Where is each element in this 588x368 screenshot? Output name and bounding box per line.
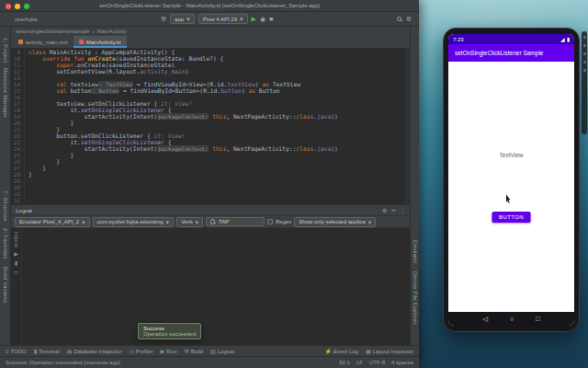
line-number[interactable]: 9 <box>11 49 25 55</box>
indent-setting[interactable]: 4 spaces <box>391 360 413 365</box>
tool-stripe-structure[interactable]: 7: Structure <box>3 190 8 221</box>
recents-button[interactable]: □ <box>536 316 539 322</box>
code-editor[interactable]: 9class MainActivity : AppCompatActivity(… <box>11 49 410 204</box>
code-line[interactable]: 21 } <box>11 126 410 132</box>
rail-trash-icon[interactable]: ▭ <box>14 270 19 275</box>
debug-button[interactable]: ◉ <box>260 16 266 22</box>
tool-button-event-log[interactable]: ⚡ Event Log <box>324 349 358 354</box>
code-line[interactable]: 32 <box>11 197 410 203</box>
run-config-select[interactable]: app ▾ <box>170 14 195 24</box>
line-number[interactable]: 11 <box>11 62 25 68</box>
app-button[interactable]: BUTTON <box>492 212 531 223</box>
regex-checkbox[interactable] <box>267 219 273 224</box>
settings-gear-icon[interactable]: ⚙ <box>406 16 412 22</box>
line-number[interactable]: 31 <box>11 190 25 197</box>
code-line[interactable]: 12 setContentView(R.layout.activity_main… <box>11 68 410 75</box>
line-number[interactable]: 19 <box>11 113 25 120</box>
code-line[interactable]: 28} <box>11 171 410 178</box>
line-number[interactable]: 10 <box>11 55 25 62</box>
line-number[interactable]: 26 <box>11 158 25 165</box>
build-hammer-icon[interactable]: ⚒ <box>161 16 166 22</box>
line-number[interactable]: 27 <box>11 165 25 171</box>
line-number[interactable]: 28 <box>11 171 25 178</box>
zoom-button[interactable] <box>24 4 29 9</box>
code-line[interactable]: 19 startActivity(Intent(packageContext: … <box>11 113 410 120</box>
home-button[interactable]: ○ <box>510 316 514 322</box>
file-encoding[interactable]: UTF-8 <box>369 360 385 365</box>
line-number[interactable]: 29 <box>11 178 25 184</box>
line-number[interactable]: 17 <box>11 100 25 107</box>
logcat-device-select[interactable]: Emulator Pixel_4_API_2 ▾ <box>15 217 90 227</box>
logcat-title[interactable]: Logcat <box>16 208 32 213</box>
emulator-toolbar-button[interactable] <box>583 52 586 55</box>
line-separator[interactable]: LF <box>356 360 363 365</box>
close-button[interactable] <box>6 4 11 9</box>
code-line[interactable]: 15 val button: Button = findViewById<But… <box>11 87 410 94</box>
line-number[interactable]: 14 <box>11 81 25 87</box>
line-number[interactable]: 20 <box>11 120 25 126</box>
tool-stripe-build-variants[interactable]: Build Variants <box>3 267 8 303</box>
tool-stripe-favorites[interactable]: 2: Favorites <box>3 228 8 259</box>
code-line[interactable]: 11 super.onCreate(savedInstanceState) <box>11 62 410 68</box>
tool-button-profiler[interactable]: ◎ Profiler <box>129 349 153 354</box>
device-select[interactable]: Pixel 4 API 29 ▾ <box>198 14 248 24</box>
line-number[interactable]: 13 <box>11 75 25 81</box>
emulator-toolbar-button[interactable] <box>583 61 586 63</box>
emulator-toolbar-button[interactable] <box>583 69 586 72</box>
line-number[interactable]: 15 <box>11 87 25 94</box>
more-options-icon[interactable]: ⋮ <box>400 207 405 213</box>
line-number[interactable]: 12 <box>11 68 25 75</box>
code-line[interactable]: 27 } <box>11 165 410 171</box>
line-number[interactable]: 24 <box>11 145 25 152</box>
rail-pause-icon[interactable]: ▮ <box>15 260 17 266</box>
code-line[interactable]: 20 } <box>11 120 410 126</box>
line-number[interactable]: 16 <box>11 94 25 100</box>
code-line[interactable]: 31 <box>11 190 410 197</box>
code-line[interactable]: 29 <box>11 178 410 184</box>
stop-button[interactable]: ■ <box>269 16 273 22</box>
line-number[interactable]: 32 <box>11 197 25 203</box>
tool-stripe-device-file-explorer[interactable]: Device File Explorer <box>413 271 418 325</box>
minimize-button[interactable] <box>15 4 20 9</box>
line-number[interactable]: 22 <box>11 132 25 139</box>
breadcrumb-module[interactable]: setonsingleclicklistenersample <box>16 29 90 34</box>
settings-gear-icon[interactable]: ⚙ <box>382 207 387 213</box>
line-number[interactable]: 30 <box>11 184 25 190</box>
logcat-process-select[interactable]: com.syuhei.fujita.setonsing ▾ <box>93 217 175 227</box>
code-line[interactable]: 17 textview.setOnClickListener { it: Vie… <box>11 100 410 107</box>
code-line[interactable]: 14 val textview: TextView = findViewById… <box>11 81 410 87</box>
rail-play-icon[interactable]: ▶ <box>14 251 18 257</box>
emulator-side-toolbar[interactable] <box>582 31 587 134</box>
code-line[interactable]: 18 it.setOnSingleClickListener { <box>11 107 410 113</box>
line-number[interactable]: 23 <box>11 139 25 145</box>
logcat-content[interactable]: logcat ▶ ▮ ▭ <box>11 228 410 345</box>
emulator-toolbar-button[interactable] <box>583 36 586 39</box>
caret-position[interactable]: 52:1 <box>339 360 350 365</box>
line-number[interactable]: 25 <box>11 152 25 158</box>
tool-button-terminal[interactable]: ▮ Terminal <box>34 349 60 354</box>
code-line[interactable]: 26 } <box>11 158 410 165</box>
tool-button-layout-inspector[interactable]: ▦ Layout Inspector <box>366 349 413 354</box>
code-line[interactable]: 23 it.setOnSingleClickListener { <box>11 139 410 145</box>
search-icon[interactable] <box>397 17 402 22</box>
code-line[interactable]: 9class MainActivity : AppCompatActivity(… <box>11 49 410 55</box>
tool-stripe-project[interactable]: 1: Project <box>3 38 8 63</box>
line-number[interactable]: 18 <box>11 107 25 113</box>
editor-scrollbar[interactable] <box>405 49 410 204</box>
tool-stripe-emulator[interactable]: Emulator <box>413 240 418 264</box>
logcat-level-select[interactable]: Verb ▾ <box>176 217 203 227</box>
logcat-search-input[interactable]: TAP <box>206 217 265 226</box>
logcat-filter-select[interactable]: Show only selected applica ▾ <box>294 217 376 227</box>
line-number[interactable]: 21 <box>11 126 25 132</box>
tool-stripe-resource-manager[interactable]: Resource Manager <box>3 68 8 118</box>
code-line[interactable]: 10 override fun onCreate(savedInstanceSt… <box>11 55 410 62</box>
tool-button-todo[interactable]: ≡ TODO <box>6 349 27 354</box>
breadcrumb-item[interactable]: MainActivity <box>97 29 127 34</box>
code-line[interactable]: 22 button.setOnClickListener { it: View! <box>11 132 410 139</box>
app-content[interactable]: TextView BUTTON <box>448 62 574 312</box>
code-line[interactable]: 30 <box>11 184 410 190</box>
run-button[interactable]: ▶ <box>252 16 256 22</box>
code-line[interactable]: 16 <box>11 94 410 100</box>
code-line[interactable]: 13 <box>11 75 410 81</box>
tab-mainactivity-kt[interactable]: MainActivity.kt <box>74 36 127 48</box>
